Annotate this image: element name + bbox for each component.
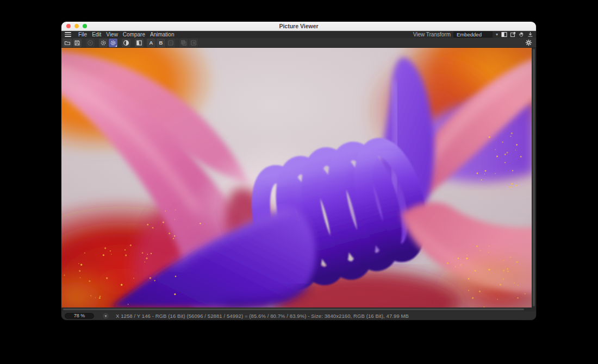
chevron-down-icon: ▾ [105,314,107,318]
dock-down-icon[interactable] [527,32,533,38]
vertical-scrollbar[interactable] [532,48,536,307]
zoom-level-field[interactable] [65,313,94,319]
menu-view[interactable]: View [106,31,118,38]
hamburger-menu-icon[interactable] [65,32,71,37]
menu-animation[interactable]: Animation [150,31,174,38]
compare-b-button[interactable]: B [157,39,165,47]
menu-compare[interactable]: Compare [123,31,145,38]
image-canvas[interactable] [61,48,532,307]
open-external-icon[interactable] [509,32,516,38]
artwork-svg [61,48,532,307]
compare-b-label: B [159,40,163,45]
title-bar: Picture Viewer [61,22,536,31]
save-image-button[interactable] [73,39,82,47]
filter-contrast-button[interactable] [122,39,130,47]
remove-image-button [86,39,95,47]
menu-bar: File Edit View Compare Animation View Tr… [61,31,536,38]
render-flower-icon [525,39,532,46]
split-view-icon[interactable] [501,32,507,38]
view-transform-select[interactable]: Embedded [453,32,493,37]
gear-icon [110,40,116,46]
compare-swap-button [166,39,175,47]
gear-x-icon [100,40,107,46]
close-circle-icon [87,40,94,46]
folder-icon [64,40,71,46]
open-file-button[interactable] [63,39,72,47]
render-flower-button[interactable] [524,39,533,47]
floppy-save-icon [74,40,80,46]
pan-hand-icon[interactable] [518,32,525,38]
copy-image-button [179,39,188,47]
frame-icon [167,40,174,46]
compare-settings-button[interactable] [99,39,108,47]
compare-a-button[interactable]: A [147,39,155,47]
compare-ab-layout-button[interactable] [135,39,144,47]
status-bar: ▾ X 1258 / Y 146 - RGB (16 Bit) (56096 /… [61,311,536,320]
view-transform-label: View Transform [413,32,451,37]
window-title: Picture Viewer [61,23,536,29]
copy-icon [180,40,187,46]
chevron-down-icon[interactable]: ▾ [496,33,498,37]
horizontal-scrollbar[interactable] [61,307,536,311]
zoom-dropdown-button[interactable]: ▾ [103,313,109,319]
split-image-icon [136,40,142,46]
pixel-info-text: X 1258 / Y 146 - RGB (16 Bit) (56096 / 5… [116,313,409,319]
menu-file[interactable]: File [78,31,87,38]
toolbar: A B [61,38,536,48]
menu-edit[interactable]: Edit [92,31,101,38]
compare-a-label: A [149,40,153,45]
export-image-button [189,39,198,47]
display-settings-button[interactable] [109,39,117,47]
picture-viewer-window: Picture Viewer File Edit View Compare An… [61,22,536,320]
contrast-circle-icon [123,40,129,46]
export-arrow-icon [190,40,197,46]
